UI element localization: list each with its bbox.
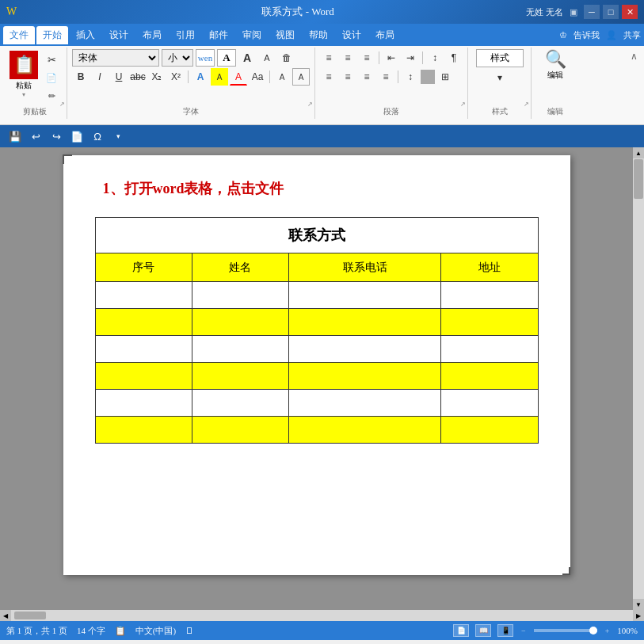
undo-button[interactable]: ↩ [27, 128, 44, 145]
menu-item-view[interactable]: 视图 [269, 26, 301, 44]
font-name-select[interactable]: 宋体 [72, 49, 159, 67]
scroll-thumb-vertical[interactable] [634, 159, 643, 199]
table-cell[interactable] [192, 309, 288, 336]
menu-item-table-layout[interactable]: 布局 [369, 26, 401, 44]
align-right-button[interactable]: ≡ [358, 68, 375, 86]
table-cell[interactable] [192, 336, 288, 363]
clear-format-button[interactable]: 🗑 [278, 49, 295, 67]
superscript-button[interactable]: X² [167, 68, 185, 86]
increase-indent-button[interactable]: ⇥ [402, 49, 419, 67]
enclosed-characters-button[interactable]: A [292, 68, 310, 86]
maximize-button[interactable]: □ [603, 5, 619, 19]
bold-button[interactable]: B [72, 68, 90, 86]
table-cell[interactable] [289, 363, 441, 390]
decrease-font-button[interactable]: A [258, 49, 276, 67]
collapse-ribbon-icon[interactable]: ∧ [631, 51, 638, 63]
read-view-button[interactable]: 📄 [453, 624, 469, 637]
underline-button[interactable]: U [110, 68, 128, 86]
scroll-track-horizontal[interactable] [11, 610, 633, 621]
font-color-button[interactable]: A [230, 68, 247, 86]
menu-item-insert[interactable]: 插入 [70, 26, 101, 44]
align-left-button[interactable]: ≡ [320, 68, 337, 86]
scroll-track-vertical[interactable] [633, 158, 644, 599]
scroll-left-button[interactable]: ◀ [0, 610, 11, 621]
table-cell[interactable] [95, 390, 192, 417]
save-button[interactable]: 💾 [6, 128, 24, 145]
table-cell[interactable] [192, 282, 288, 309]
table-cell[interactable] [95, 363, 192, 390]
increase-font-button[interactable]: A [238, 49, 256, 67]
table-cell[interactable] [289, 390, 441, 417]
menu-item-table-design[interactable]: 设计 [336, 26, 368, 44]
sort-button[interactable]: ↕ [426, 49, 444, 67]
font-extra-a[interactable]: A [217, 49, 236, 67]
scroll-down-button[interactable]: ▼ [633, 599, 644, 610]
strikethrough-button[interactable]: abc [129, 68, 147, 86]
print-layout-button[interactable]: 📖 [475, 624, 491, 637]
scroll-up-button[interactable]: ▲ [633, 147, 644, 158]
font-expand-icon[interactable]: ↗ [307, 101, 313, 108]
table-cell[interactable] [95, 336, 192, 363]
find-replace-area[interactable]: 🔍 编辑 [545, 49, 566, 81]
new-doc-button[interactable]: 📄 [68, 128, 86, 145]
styles-box[interactable]: 样式 [476, 49, 524, 67]
paste-button[interactable]: 📋 粘贴 ▾ [8, 49, 40, 100]
share-label[interactable]: 共享 [623, 29, 641, 41]
copy-button[interactable]: 📄 [41, 69, 62, 86]
table-cell[interactable] [192, 390, 288, 417]
wen-badge[interactable]: wen [196, 49, 215, 67]
numbering-button[interactable]: ≡ [339, 49, 356, 67]
styles-dropdown-button[interactable]: ▾ [491, 69, 509, 86]
menu-item-references[interactable]: 引用 [170, 26, 201, 44]
table-cell[interactable] [441, 336, 538, 363]
clipboard-expand-icon[interactable]: ↗ [59, 101, 65, 108]
font-case-button[interactable]: Aa [249, 68, 266, 86]
scroll-thumb-horizontal[interactable] [14, 612, 46, 619]
subscript-button[interactable]: X₂ [148, 68, 166, 86]
table-cell[interactable] [95, 417, 192, 444]
show-formatting-button[interactable]: ¶ [445, 49, 463, 67]
table-cell[interactable] [192, 363, 288, 390]
line-spacing-button[interactable]: ↕ [402, 68, 419, 86]
close-button[interactable]: ✕ [622, 5, 638, 19]
table-cell[interactable] [289, 309, 441, 336]
web-view-button[interactable]: 📱 [497, 624, 513, 637]
menu-item-design[interactable]: 设计 [103, 26, 135, 44]
zoom-slider[interactable] [534, 629, 597, 632]
multilevel-list-button[interactable]: ≡ [358, 49, 375, 67]
menu-item-mailings[interactable]: 邮件 [203, 26, 234, 44]
align-center-button[interactable]: ≡ [339, 68, 356, 86]
omega-button[interactable]: Ω [89, 128, 106, 145]
table-cell[interactable] [441, 282, 538, 309]
tell-me-label[interactable]: 告诉我 [574, 29, 600, 41]
table-cell[interactable] [95, 309, 192, 336]
table-cell[interactable] [95, 282, 192, 309]
phonetic-guide-button[interactable]: A [273, 68, 291, 86]
table-cell[interactable] [289, 336, 441, 363]
table-cell[interactable] [289, 417, 441, 444]
cut-button[interactable]: ✂ [41, 51, 62, 68]
bullets-button[interactable]: ≡ [320, 49, 337, 67]
scroll-right-button[interactable]: ▶ [633, 610, 644, 621]
table-cell[interactable] [441, 417, 538, 444]
styles-expand-icon[interactable]: ↗ [524, 101, 529, 108]
borders-button[interactable]: ⊞ [436, 68, 454, 86]
minimize-button[interactable]: ─ [584, 5, 600, 19]
shading-button[interactable] [421, 70, 435, 84]
qa-dropdown-button[interactable]: ▾ [109, 128, 127, 145]
redo-button[interactable]: ↪ [48, 128, 65, 145]
window-controls[interactable]: ─ □ ✕ [584, 5, 638, 19]
font-size-select[interactable]: 小二 [162, 49, 193, 67]
justify-button[interactable]: ≡ [377, 68, 394, 86]
paragraph-expand-icon[interactable]: ↗ [460, 101, 466, 108]
menu-item-review[interactable]: 审阅 [236, 26, 268, 44]
highlight-button[interactable]: A [211, 68, 228, 86]
table-cell[interactable] [441, 309, 538, 336]
vertical-scrollbar[interactable]: ▲ ▼ [633, 147, 644, 610]
table-cell[interactable] [289, 282, 441, 309]
italic-button[interactable]: I [91, 68, 109, 86]
paste-dropdown-icon[interactable]: ▾ [22, 91, 25, 98]
text-effects-button[interactable]: A [192, 68, 209, 86]
decrease-indent-button[interactable]: ⇤ [383, 49, 400, 67]
ribbon-collapse[interactable]: ∧ [627, 48, 641, 119]
